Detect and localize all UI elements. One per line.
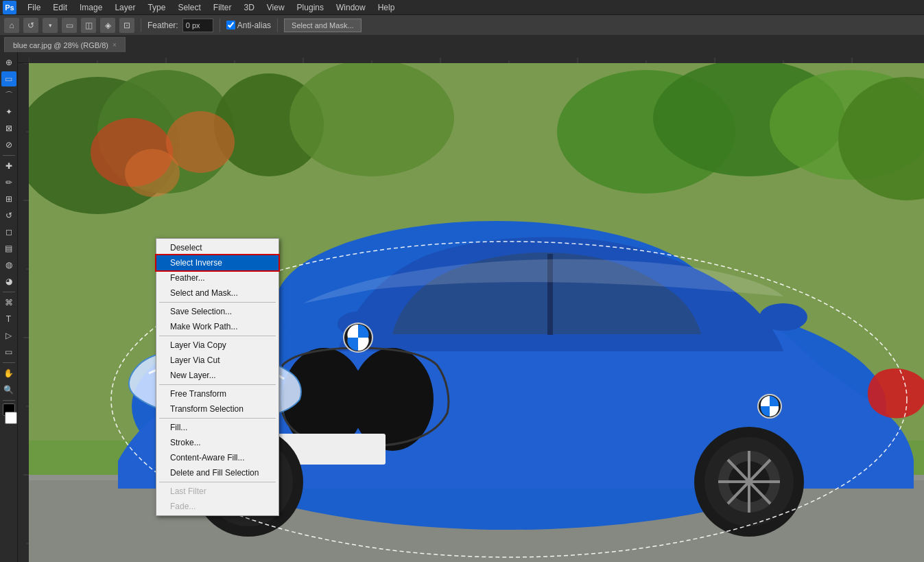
canvas-area: Deselect Select Inverse Feather... Selec… (29, 63, 924, 562)
svg-point-42 (759, 303, 807, 331)
antialias-label: Anti-alias (237, 21, 271, 30)
select-mask-button[interactable]: Select and Mask... (284, 19, 362, 32)
menu-plugins[interactable]: Plugins (292, 1, 329, 14)
ctx-stroke[interactable]: Stroke... (156, 435, 279, 450)
ctx-sep-5 (159, 482, 276, 482)
canvas-row: Deselect Select Inverse Feather... Selec… (18, 63, 924, 562)
feather-input[interactable] (182, 19, 213, 32)
ruler-vertical (18, 63, 29, 562)
ctx-delete-fill[interactable]: Delete and Fill Selection (156, 465, 279, 480)
tool-separator-4 (3, 400, 15, 401)
tab-title: blue car.jpg @ 28% (RGB/8) (13, 41, 108, 49)
tool-move[interactable]: ⊕ (1, 55, 16, 70)
tool-magic-wand[interactable]: ✦ (1, 104, 16, 119)
menu-image[interactable]: Image (74, 1, 108, 14)
tool-separator-3 (3, 362, 15, 363)
ctx-layer-via-copy[interactable]: Layer Via Copy (156, 338, 279, 353)
tool-path[interactable]: ▷ (1, 328, 16, 343)
antialias-wrap: Anti-alias (226, 21, 271, 30)
ruler-v-svg (18, 63, 29, 562)
ctx-feather[interactable]: Feather... (156, 270, 279, 285)
svg-rect-14 (18, 63, 29, 562)
tool-gradient[interactable]: ▤ (1, 241, 16, 256)
tab-close-button[interactable]: × (112, 41, 117, 49)
menu-layer[interactable]: Layer (109, 1, 141, 14)
main-area: ⊕ ▭ ⌒ ✦ ⊠ ⊘ ✚ ✏ ⊞ ↺ ◻ ▤ ◍ ◕ ⌘ T ▷ ▭ ✋ 🔍 (0, 52, 924, 562)
toolbar-separator (141, 19, 141, 32)
toolbox: ⊕ ▭ ⌒ ✦ ⊠ ⊘ ✚ ✏ ⊞ ↺ ◻ ▤ ◍ ◕ ⌘ T ▷ ▭ ✋ 🔍 (0, 52, 18, 562)
ctx-select-inverse[interactable]: Select Inverse (156, 255, 279, 270)
tool-dodge[interactable]: ◕ (1, 274, 16, 289)
toolbar-separator-3 (277, 19, 278, 32)
tool-healing[interactable]: ✚ (1, 159, 16, 174)
menu-3d[interactable]: 3D (238, 1, 259, 14)
ctx-sep-2 (159, 336, 276, 336)
tool-lasso[interactable]: ⌒ (1, 88, 16, 103)
tool-brush[interactable]: ✏ (1, 175, 16, 190)
tool-home[interactable]: ⌂ (4, 18, 19, 33)
tool-separator-2 (3, 292, 15, 292)
ctx-fade: Fade... (156, 499, 279, 514)
ruler-h-svg (29, 52, 924, 63)
tool-clone[interactable]: ⊞ (1, 191, 16, 207)
menu-filter[interactable]: Filter (208, 1, 237, 14)
ctx-sep-4 (159, 418, 276, 419)
tool-magic-wand[interactable]: ◈ (100, 18, 115, 33)
toolbar-separator-2 (220, 19, 220, 32)
tool-zoom[interactable]: 🔍 (1, 382, 16, 397)
ctx-layer-via-cut[interactable]: Layer Via Cut (156, 353, 279, 368)
tool-rect-select[interactable]: ▭ (62, 18, 77, 33)
ctx-last-filter: Last Filter (156, 484, 279, 499)
antialias-checkbox[interactable] (226, 21, 235, 30)
ctx-select-mask[interactable]: Select and Mask... (156, 285, 279, 301)
tool-blur[interactable]: ◍ (1, 257, 16, 272)
context-menu: Deselect Select Inverse Feather... Selec… (156, 238, 279, 516)
ctx-deselect[interactable]: Deselect (156, 240, 279, 255)
ctx-fill[interactable]: Fill... (156, 420, 279, 435)
tool-separator-1 (3, 155, 15, 156)
ctx-save-selection[interactable]: Save Selection... (156, 304, 279, 319)
tool-crop[interactable]: ⊠ (1, 121, 16, 136)
tool-history-fwd[interactable]: ▾ (43, 18, 58, 33)
menu-view[interactable]: View (261, 1, 290, 14)
ctx-free-transform[interactable]: Free Transform (156, 386, 279, 401)
tool-shape[interactable]: ▭ (1, 344, 16, 360)
ctx-make-work-path[interactable]: Make Work Path... (156, 319, 279, 334)
ctx-new-layer[interactable]: New Layer... (156, 368, 279, 383)
tool-pen[interactable]: ⌘ (1, 295, 16, 310)
tool-text[interactable]: T (1, 312, 16, 327)
tool-rect-marquee[interactable]: ▭ (1, 71, 16, 86)
tool-marquee[interactable]: ⊡ (119, 18, 134, 33)
menu-bar: Ps File Edit Image Layer Type Select Fil… (0, 0, 924, 15)
menu-edit[interactable]: Edit (47, 1, 73, 14)
menu-window[interactable]: Window (331, 1, 371, 14)
app-logo: Ps (3, 1, 16, 14)
ctx-sep-1 (159, 302, 276, 303)
tool-history-back[interactable]: ↺ (23, 18, 38, 33)
svg-point-27 (289, 63, 454, 176)
menu-file[interactable]: File (22, 1, 46, 14)
menu-help[interactable]: Help (372, 1, 401, 14)
menu-select[interactable]: Select (172, 1, 206, 14)
tool-lasso[interactable]: ◫ (81, 18, 96, 33)
options-toolbar: ⌂ ↺ ▾ ▭ ◫ ◈ ⊡ Feather: Anti-alias Select… (0, 15, 924, 36)
ctx-transform-selection[interactable]: Transform Selection (156, 401, 279, 417)
svg-rect-0 (29, 52, 924, 63)
canvas-container: Deselect Select Inverse Feather... Selec… (18, 52, 924, 562)
ctx-sep-3 (159, 384, 276, 385)
svg-point-30 (125, 149, 180, 197)
ruler-horizontal (18, 52, 924, 63)
tool-history-brush[interactable]: ↺ (1, 208, 16, 223)
feather-label: Feather: (147, 21, 178, 30)
menu-type[interactable]: Type (142, 1, 171, 14)
tab-bar: blue car.jpg @ 28% (RGB/8) × (0, 36, 924, 52)
background-color[interactable] (5, 412, 17, 424)
tool-hand[interactable]: ✋ (1, 366, 16, 381)
tab-blue-car[interactable]: blue car.jpg @ 28% (RGB/8) × (4, 37, 126, 52)
tool-eyedropper[interactable]: ⊘ (1, 137, 16, 152)
ctx-content-aware-fill[interactable]: Content-Aware Fill... (156, 450, 279, 465)
tool-eraser[interactable]: ◻ (1, 224, 16, 239)
